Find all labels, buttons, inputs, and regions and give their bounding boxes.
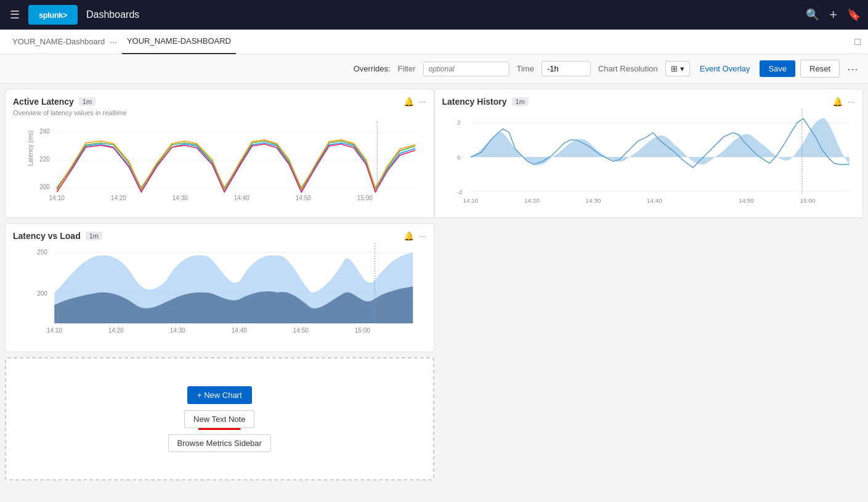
chart-res-chevron: ▾ — [680, 64, 684, 73]
more-icon-2[interactable]: ··· — [419, 231, 426, 241]
latency-vs-load-badge: 1m — [86, 232, 102, 240]
svg-text:14:10: 14:10 — [47, 327, 62, 334]
logo: splunk> — [28, 5, 78, 25]
bookmark-icon[interactable]: 🔖 — [847, 8, 861, 22]
new-chart-button[interactable]: + New Chart — [187, 386, 252, 404]
top-bar: ☰ splunk> Dashboards 🔍 + 🔖 — [0, 0, 868, 30]
svg-text:0: 0 — [457, 154, 461, 161]
time-input[interactable] — [541, 61, 591, 76]
svg-text:14:40: 14:40 — [646, 197, 662, 204]
svg-text:15:00: 15:00 — [800, 197, 815, 204]
latency-vs-load-header: Latency vs Load 1m 🔔 ··· — [13, 231, 426, 241]
add-panel: + New Chart New Text Note Browse Metrics… — [5, 357, 434, 480]
more-icon-3[interactable]: ··· — [848, 97, 855, 107]
browse-metrics-sidebar-button[interactable]: Browse Metrics Sidebar — [168, 434, 271, 452]
svg-text:14:10: 14:10 — [463, 197, 478, 204]
svg-text:14:20: 14:20 — [108, 327, 124, 334]
top-bar-icons: 🔍 + 🔖 — [806, 7, 861, 23]
toolbar: Overrides: Filter Time Chart Resolution … — [0, 54, 868, 84]
left-column: Active Latency 1m 🔔 ··· Overview of late… — [5, 89, 434, 497]
svg-text:200: 200 — [37, 290, 47, 297]
svg-text:15:00: 15:00 — [357, 195, 373, 201]
svg-text:14:30: 14:30 — [585, 197, 601, 204]
svg-text:250: 250 — [37, 249, 47, 256]
svg-text:14:10: 14:10 — [49, 195, 65, 201]
svg-text:2: 2 — [457, 119, 461, 126]
active-latency-panel: Active Latency 1m 🔔 ··· Overview of late… — [5, 89, 434, 218]
active-latency-chart-area: Latency (ms) 240 220 200 — [13, 121, 426, 203]
alert-icon[interactable]: 🔔 — [404, 97, 414, 107]
active-latency-y-axis-label: Latency (ms) — [27, 130, 34, 166]
svg-text:14:30: 14:30 — [170, 327, 185, 334]
tab-active[interactable]: YOUR_NAME-DASHBOARD — [122, 30, 236, 54]
chart-resolution-button[interactable]: ⊞ ▾ — [665, 61, 690, 76]
add-icon[interactable]: + — [829, 7, 837, 23]
new-text-note-wrapper: New Text Note — [184, 410, 254, 428]
svg-text:220: 220 — [39, 156, 50, 163]
svg-text:240: 240 — [39, 128, 50, 135]
right-column: Latency History 1m 🔔 ··· 2 0 -2 — [434, 89, 864, 497]
svg-text:14:30: 14:30 — [172, 195, 188, 201]
filter-input[interactable] — [423, 62, 509, 76]
save-button[interactable]: Save — [760, 60, 795, 77]
latency-history-chart: 2 0 -2 14:10 14:20 14:30 — [457, 109, 856, 204]
tab-inactive[interactable]: YOUR_NAME-Dashboard ··· — [7, 30, 122, 54]
tab-bar: YOUR_NAME-Dashboard ··· YOUR_NAME-DASHBO… — [0, 30, 868, 54]
toolbar-more-icon[interactable]: ⋯ — [847, 62, 858, 76]
latency-history-chart-area: 2 0 -2 14:10 14:20 14:30 — [442, 109, 856, 206]
reset-button[interactable]: Reset — [800, 60, 840, 78]
latency-vs-load-panel: Latency vs Load 1m 🔔 ··· 250 200 — [5, 223, 434, 352]
latency-vs-load-actions: 🔔 ··· — [404, 231, 426, 241]
svg-text:14:40: 14:40 — [232, 327, 247, 334]
active-latency-title: Active Latency — [13, 97, 74, 107]
new-text-note-button[interactable]: New Text Note — [184, 410, 254, 428]
svg-text:14:20: 14:20 — [524, 197, 539, 204]
active-latency-actions: 🔔 ··· — [404, 97, 426, 107]
latency-history-title: Latency History — [442, 97, 507, 107]
latency-history-panel: Latency History 1m 🔔 ··· 2 0 -2 — [434, 89, 864, 218]
event-overlay-button[interactable]: Event Overlay — [695, 62, 755, 76]
search-icon[interactable]: 🔍 — [806, 8, 819, 22]
sidebar-toggle-icon[interactable]: □ — [854, 36, 861, 47]
app-title: Dashboards — [86, 9, 139, 20]
svg-text:-2: -2 — [457, 188, 463, 195]
svg-text:14:50: 14:50 — [293, 327, 309, 334]
tab-active-label: YOUR_NAME-DASHBOARD — [127, 36, 231, 46]
latency-history-header: Latency History 1m 🔔 ··· — [442, 97, 856, 107]
main-content: Active Latency 1m 🔔 ··· Overview of late… — [0, 84, 868, 502]
svg-text:200: 200 — [39, 184, 50, 190]
alert-icon-2[interactable]: 🔔 — [404, 231, 414, 241]
tab-inactive-more[interactable]: ··· — [110, 37, 117, 47]
latency-vs-load-chart-area: 250 200 14:10 14:20 14:30 14:40 — [13, 243, 426, 338]
more-icon[interactable]: ··· — [419, 97, 426, 107]
time-label: Time — [517, 64, 534, 73]
svg-text:14:20: 14:20 — [111, 195, 126, 201]
latency-history-actions: 🔔 ··· — [832, 97, 855, 107]
active-latency-subtitle: Overview of latency values in realtime — [13, 109, 426, 116]
svg-text:15:00: 15:00 — [355, 327, 370, 334]
menu-icon[interactable]: ☰ — [7, 6, 22, 24]
svg-text:14:50: 14:50 — [296, 195, 311, 201]
filter-label: Filter — [398, 64, 416, 73]
active-latency-badge: 1m — [79, 97, 95, 106]
svg-text:14:50: 14:50 — [739, 197, 754, 204]
svg-text:14:40: 14:40 — [234, 195, 249, 201]
latency-history-badge: 1m — [512, 97, 529, 106]
chart-resolution-label: Chart Resolution — [598, 64, 658, 73]
active-latency-header: Active Latency 1m 🔔 ··· — [13, 97, 426, 107]
logo-text: splunk> — [39, 10, 67, 20]
alert-icon-3[interactable]: 🔔 — [832, 97, 843, 107]
latency-vs-load-chart: 250 200 14:10 14:20 14:30 14:40 — [30, 243, 426, 336]
chart-res-icon: ⊞ — [671, 64, 678, 73]
text-note-underline — [198, 428, 241, 430]
tab-inactive-label: YOUR_NAME-Dashboard — [12, 37, 105, 46]
latency-vs-load-title: Latency vs Load — [13, 231, 81, 241]
overrides-label: Overrides: — [354, 64, 391, 73]
active-latency-chart: 240 220 200 — [35, 121, 426, 201]
